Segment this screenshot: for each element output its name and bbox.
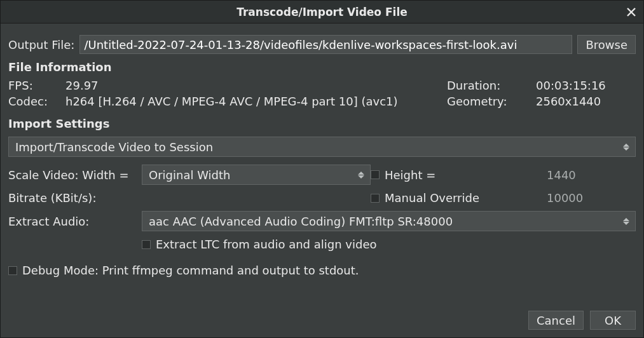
debug-mode-checkbox[interactable] bbox=[8, 266, 17, 275]
duration-label: Duration: bbox=[447, 79, 536, 92]
codec-label: Codec: bbox=[8, 95, 65, 108]
extract-ltc-label: Extract LTC from audio and align video bbox=[156, 238, 377, 251]
height-checkbox[interactable] bbox=[371, 170, 380, 179]
ok-button[interactable]: OK bbox=[590, 311, 636, 330]
import-settings-grid: Scale Video: Width = Original Width Heig… bbox=[8, 165, 636, 251]
output-file-label: Output File: bbox=[8, 38, 74, 51]
manual-override-label: Manual Override bbox=[385, 191, 547, 205]
dialog-content: Output File: Browse File Information FPS… bbox=[1, 24, 643, 337]
duration-value: 00:03:15:16 bbox=[536, 79, 636, 92]
file-info-grid: FPS: 29.97 Duration: 00:03:15:16 Codec: … bbox=[8, 79, 636, 108]
chevron-updown-icon bbox=[621, 140, 631, 153]
cancel-button[interactable]: Cancel bbox=[528, 311, 584, 330]
dialog-window: Transcode/Import Video File Output File:… bbox=[0, 0, 644, 338]
extract-audio-value: aac AAC (Advanced Audio Coding) FMT:fltp… bbox=[149, 215, 453, 228]
manual-override-checkbox[interactable] bbox=[371, 194, 380, 203]
file-information-heading: File Information bbox=[8, 60, 636, 74]
debug-mode-label: Debug Mode: Print ffmpeg command and out… bbox=[22, 264, 359, 277]
bitrate-spinner[interactable]: 10000 bbox=[547, 191, 636, 205]
import-mode-value: Import/Transcode Video to Session bbox=[15, 140, 213, 154]
debug-mode-row: Debug Mode: Print ffmpeg command and out… bbox=[8, 264, 636, 277]
extract-audio-combo[interactable]: aac AAC (Advanced Audio Coding) FMT:fltp… bbox=[142, 211, 636, 231]
scale-video-label: Scale Video: Width = bbox=[8, 168, 142, 182]
fps-label: FPS: bbox=[8, 79, 65, 92]
browse-button[interactable]: Browse bbox=[577, 35, 636, 54]
extract-ltc-checkbox[interactable] bbox=[142, 240, 151, 249]
extract-ltc-row: Extract LTC from audio and align video bbox=[142, 238, 636, 251]
scale-width-value: Original Width bbox=[149, 168, 230, 182]
import-settings-heading: Import Settings bbox=[8, 117, 636, 130]
codec-value: h264 [H.264 / AVC / MPEG-4 AVC / MPEG-4 … bbox=[65, 95, 447, 108]
titlebar: Transcode/Import Video File bbox=[1, 1, 643, 24]
scale-width-combo[interactable]: Original Width bbox=[142, 165, 371, 185]
chevron-updown-icon bbox=[356, 168, 366, 181]
height-spinner[interactable]: 1440 bbox=[547, 168, 636, 182]
geometry-label: Geometry: bbox=[447, 95, 536, 108]
output-file-input[interactable] bbox=[79, 35, 572, 54]
dialog-footer: Cancel OK bbox=[8, 302, 636, 330]
extract-audio-label: Extract Audio: bbox=[8, 215, 142, 228]
height-label: Height = bbox=[385, 168, 547, 182]
geometry-value: 2560x1440 bbox=[536, 95, 636, 108]
bitrate-label: Bitrate (KBit/s): bbox=[8, 191, 142, 205]
window-title: Transcode/Import Video File bbox=[236, 6, 408, 18]
fps-value: 29.97 bbox=[65, 79, 447, 92]
close-icon bbox=[627, 8, 636, 17]
output-file-row: Output File: Browse bbox=[8, 35, 636, 54]
chevron-updown-icon bbox=[621, 215, 631, 227]
import-mode-combo[interactable]: Import/Transcode Video to Session bbox=[8, 137, 636, 157]
close-button[interactable] bbox=[624, 5, 638, 19]
